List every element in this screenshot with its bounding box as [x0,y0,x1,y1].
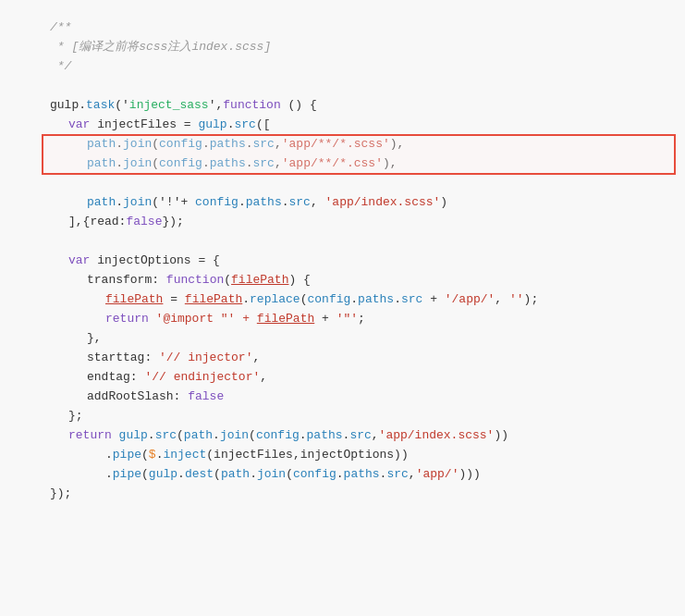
code-line: filePath = filePath.replace(config.paths… [46,290,676,310]
code-token: ), [390,137,405,151]
code-line: * [编译之前将scss注入index.scss] [46,38,676,57]
line-number [9,252,43,271]
line-content: }; [46,407,676,426]
code-token: join [257,467,286,481]
code-token: . [250,467,257,481]
line-number [9,290,43,310]
code-token: path [87,137,116,151]
line-content: var injectOptions = { [46,252,676,271]
code-token: '// injector' [159,351,252,364]
code-token: * [编译之前将scss注入index.scss] [50,40,271,54]
code-token: path [87,195,116,209]
code-token: }); [50,487,71,500]
code-token: return [68,428,119,442]
line-number [9,96,43,116]
code-token: }); [162,215,183,228]
code-token: src [253,137,275,151]
code-line [46,77,676,96]
code-line: .pipe($.inject(injectFiles,injectOptions… [46,446,676,465]
code-token: (injectFiles,injectOptions)) [206,448,408,462]
code-token: endtag: [87,370,144,384]
line-number [9,368,43,388]
code-token: src [289,195,311,209]
code-token: . [202,137,210,151]
code-token: function [223,98,280,112]
line-content: transform: function(filePath) { [46,271,676,290]
code-token: /** [50,20,71,34]
line-number [9,57,43,77]
code-token: gulp [198,117,226,131]
line-number [9,77,43,96]
line-number [9,116,43,135]
code-token: injectFiles = [90,117,198,131]
code-token: 'app/index.scss' [325,195,441,209]
code-line: return gulp.src(path.join(config.paths.s… [46,426,676,446]
code-line: path.join(config.paths.src,'app/**/*.css… [46,154,676,174]
code-token: . [246,156,253,170]
code-token: path [87,156,116,170]
code-token: join [123,195,152,209]
line-number [9,485,43,504]
code-token: . [239,195,246,209]
code-token: . [116,137,123,151]
line-number [9,310,43,329]
code-token: . [350,292,358,306]
code-token: , [311,195,325,209]
line-content: ],{read:false}); [46,213,676,232]
code-token: src [155,428,177,442]
code-token: ( [249,428,256,442]
code-line: transform: function(filePath) { [46,271,676,290]
code-line: addRootSlash: false [46,388,676,407]
code-token: . [116,156,123,170]
code-token: '@import "' + [156,312,257,326]
code-token: . [105,467,113,481]
line-content: * [编译之前将scss注入index.scss] [46,38,676,57]
code-token: . [148,428,155,442]
code-token: () { [281,98,317,112]
code-token: . [300,428,307,442]
code-token: 'app/index.scss' [379,428,495,442]
code-token: = [163,292,184,306]
code-token: . [242,292,250,306]
code-token: var [68,117,90,131]
code-token: join [123,156,152,170]
code-token: config [256,428,300,442]
line-number [9,446,43,465]
code-token: config [159,156,202,170]
line-number [9,329,43,349]
code-token: ([ [256,117,271,131]
line-content: addRootSlash: false [46,388,676,407]
code-token: src [234,117,255,131]
code-token: src [401,292,422,306]
line-content: return gulp.src(path.join(config.paths.s… [46,426,676,446]
code-token: 'app/**/*.css' [282,156,383,170]
code-token: src [386,467,408,481]
code-token: addRootSlash: [87,389,188,403]
code-token: inject_sass [129,98,209,112]
code-token: function [166,273,224,287]
code-token: (' [115,98,129,112]
code-token: , [260,370,267,384]
code-token: ( [177,428,184,442]
code-token: ],{read: [68,215,126,228]
code-token: '// endinjector' [144,370,260,384]
code-line: ],{read:false}); [46,213,676,232]
code-token: ', [209,98,224,112]
code-token: . [79,98,86,112]
line-content: /** [46,18,676,38]
line-content: .pipe($.inject(injectFiles,injectOptions… [46,446,676,465]
code-token: filePath [185,292,242,306]
code-token: transform: [87,273,166,287]
code-token: src [253,156,275,170]
code-token: . [202,156,210,170]
line-number [9,465,43,485]
code-token: ( [152,137,159,151]
code-token: gulp [119,428,148,442]
line-content: var injectFiles = gulp.src([ [46,116,676,135]
code-token: ( [141,467,149,481]
code-token: path [221,467,250,481]
line-number [9,193,43,213]
code-token: . [213,428,220,442]
code-token: false [188,389,224,403]
code-token: paths [307,428,343,442]
